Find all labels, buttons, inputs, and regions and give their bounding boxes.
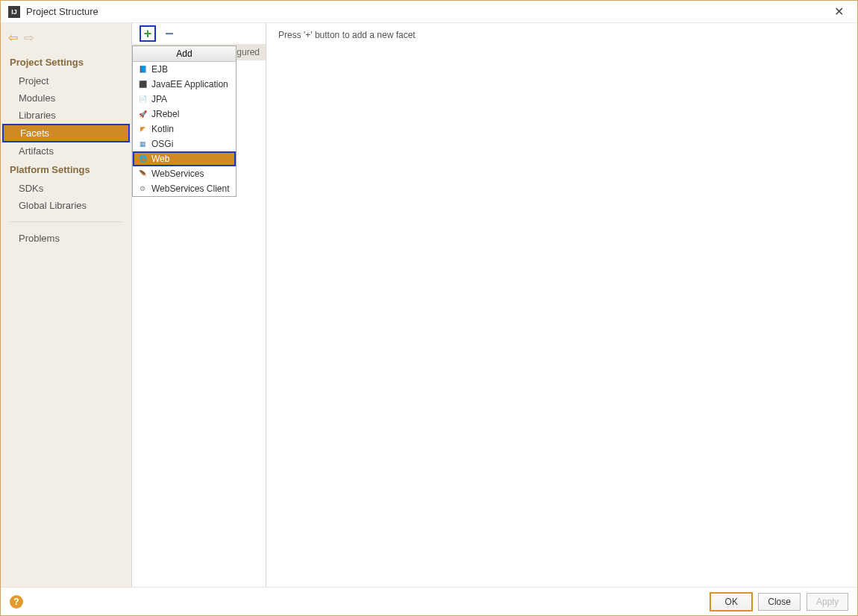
sidebar-item-sdks[interactable]: SDKs (1, 180, 131, 197)
content-hint: Press '+' button to add a new facet (278, 30, 416, 40)
sidebar-header-project: Project Settings (1, 52, 131, 72)
footer: ? OK Close Apply (1, 587, 857, 615)
sidebar-nav: ⇦ ⇨ (1, 29, 131, 52)
dropdown-item-webservices-client[interactable]: ⚙WebServices Client (133, 181, 236, 196)
sidebar-item-problems[interactable]: Problems (1, 230, 131, 247)
window-title: Project Structure (26, 6, 98, 17)
dropdown-item-jrebel[interactable]: 🚀JRebel (133, 107, 236, 122)
facet-toolbar: + − (132, 23, 266, 44)
add-facet-button[interactable]: + (140, 25, 156, 42)
dropdown-item-label: Web (151, 154, 169, 164)
dropdown-item-label: EJB (151, 64, 168, 75)
jrebel-icon: 🚀 (137, 109, 148, 119)
dropdown-item-label: JavaEE Application (151, 79, 228, 89)
dropdown-item-ejb[interactable]: 📘EJB (133, 62, 236, 77)
dropdown-item-label: Kotlin (151, 124, 174, 134)
app-icon: IJ (8, 6, 20, 18)
dropdown-item-webservices[interactable]: 🪶WebServices (133, 166, 236, 181)
dropdown-item-kotlin[interactable]: ◤Kotlin (133, 122, 236, 136)
dropdown-item-web[interactable]: 🌐Web (133, 151, 236, 166)
close-icon[interactable]: ✕ (828, 3, 850, 20)
osgi-icon: ▦ (137, 139, 148, 149)
sidebar-item-libraries[interactable]: Libraries (1, 107, 131, 124)
jpa-icon: 📄 (137, 94, 148, 104)
middle-column: + − igured Add 📘EJB⬛JavaEE Application📄J… (132, 23, 266, 587)
dropdown-item-label: OSGi (151, 139, 173, 149)
kotlin-icon: ◤ (137, 124, 148, 134)
apply-button: Apply (807, 593, 848, 611)
footer-buttons: OK Close Apply (710, 593, 848, 611)
dropdown-item-osgi[interactable]: ▦OSGi (133, 136, 236, 151)
dropdown-item-label: WebServices Client (151, 183, 229, 194)
dropdown-title: Add (133, 46, 236, 62)
sidebar-header-platform: Platform Settings (1, 160, 131, 180)
ejb-icon: 📘 (137, 64, 148, 75)
back-arrow-icon[interactable]: ⇦ (8, 31, 18, 45)
content-area: Press '+' button to add a new facet (266, 23, 857, 587)
dropdown-item-label: JRebel (151, 109, 179, 119)
help-icon[interactable]: ? (10, 595, 23, 609)
sidebar-item-modules[interactable]: Modules (1, 89, 131, 107)
dropdown-item-jpa[interactable]: 📄JPA (133, 92, 236, 107)
close-button[interactable]: Close (758, 593, 801, 611)
webservices-icon: 🪶 (137, 169, 148, 179)
sidebar-divider (10, 221, 122, 222)
sidebar-item-artifacts[interactable]: Artifacts (1, 142, 131, 160)
titlebar: IJ Project Structure ✕ (1, 1, 857, 23)
dropdown-item-label: WebServices (151, 169, 204, 179)
webservices-client-icon: ⚙ (137, 183, 148, 194)
remove-facet-button[interactable]: − (165, 26, 174, 41)
dropdown-item-label: JPA (151, 94, 167, 104)
forward-arrow-icon[interactable]: ⇨ (24, 31, 34, 45)
ok-button[interactable]: OK (710, 593, 752, 611)
web-icon: 🌐 (137, 154, 148, 164)
add-dropdown: Add 📘EJB⬛JavaEE Application📄JPA🚀JRebel◤K… (132, 45, 237, 197)
main-area: ⇦ ⇨ Project Settings Project Modules Lib… (1, 23, 857, 587)
javaee-application-icon: ⬛ (137, 79, 148, 89)
dropdown-item-javaee-application[interactable]: ⬛JavaEE Application (133, 77, 236, 92)
sidebar-item-facets[interactable]: Facets (2, 124, 130, 142)
sidebar-item-global-libraries[interactable]: Global Libraries (1, 197, 131, 214)
sidebar: ⇦ ⇨ Project Settings Project Modules Lib… (1, 23, 132, 587)
sidebar-item-project[interactable]: Project (1, 72, 131, 89)
